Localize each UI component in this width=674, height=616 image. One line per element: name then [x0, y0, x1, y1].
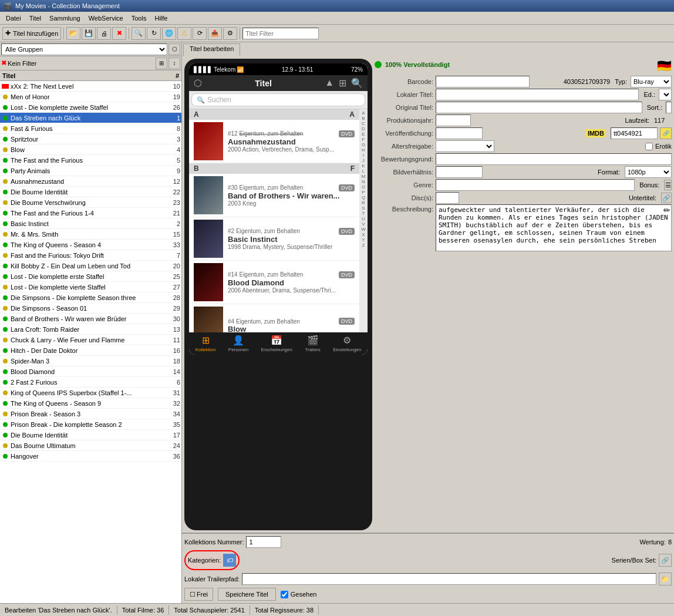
add-title-button[interactable]: ✚ Titel hinzufügen: [2, 27, 61, 40]
movie-list-item[interactable]: Men of Honor19: [0, 92, 181, 102]
frei-button[interactable]: ☐ Frei: [184, 588, 213, 601]
warning-button[interactable]: ⚠: [177, 27, 191, 40]
movie-list-item[interactable]: Ausnahmezustand12: [0, 176, 181, 187]
format-select[interactable]: 1080p: [625, 166, 672, 178]
movie-list-item[interactable]: Mr. & Mrs. Smith15: [0, 229, 181, 240]
movie-list-item[interactable]: Die Bourne Identität17: [0, 430, 181, 440]
bonus-list-icon[interactable]: ☰: [664, 180, 672, 190]
genre-input[interactable]: [436, 179, 635, 191]
kategorien-icon-btn[interactable]: 🏷: [223, 554, 236, 567]
movie-list-item[interactable]: Fast and the Furious: Tokyo Drift7: [0, 250, 181, 261]
trailer-folder-icon[interactable]: 📁: [659, 573, 672, 585]
phone-nav-erscheinungen[interactable]: 📅 Erscheinungen: [261, 335, 292, 352]
phone-item-blood[interactable]: #14 Eigentum, zum Behalten DVD Blood Dia…: [189, 261, 359, 304]
ed-select[interactable]: [659, 89, 672, 100]
movie-list-item[interactable]: Basic Instinct2: [0, 218, 181, 229]
imdb-input[interactable]: [611, 127, 658, 139]
menu-hilfe[interactable]: Hilfe: [151, 14, 171, 23]
movie-list-item[interactable]: Lost - Die komplette erste Staffel25: [0, 271, 181, 282]
gesehen-checkbox[interactable]: [281, 591, 288, 598]
disc-input[interactable]: [436, 192, 459, 204]
movie-list-item[interactable]: Kill Bobby Z - Ein Deal um Leben und Tod…: [0, 261, 181, 271]
movie-list-item[interactable]: Die Bourne Identität22: [0, 187, 181, 197]
menu-webservice[interactable]: WebService: [85, 14, 127, 23]
movie-list-item[interactable]: Lost - Die komplette vierte Staffel27: [0, 282, 181, 292]
menu-titel[interactable]: Titel: [26, 14, 45, 23]
filter-input[interactable]: [242, 28, 319, 39]
description-textarea[interactable]: [436, 204, 672, 251]
movie-list-item[interactable]: Blow4: [0, 144, 181, 155]
collection-num-input[interactable]: [246, 536, 281, 548]
movie-list-item[interactable]: 2 Fast 2 Furious6: [0, 377, 181, 388]
movie-list-item[interactable]: Lara Croft: Tomb Raider13: [0, 324, 181, 335]
movie-list-item[interactable]: The King of Queens - Season 433: [0, 240, 181, 250]
group-dropdown[interactable]: Alle Gruppen: [1, 43, 167, 55]
movie-list-item[interactable]: Fast & Furious8: [0, 123, 181, 134]
movie-list-item[interactable]: King of Queens IPS Superbox (Staffel 1-.…: [0, 388, 181, 398]
original-title-input[interactable]: [436, 102, 642, 113]
imdb-link-icon[interactable]: 🔗: [660, 127, 672, 139]
phone-sort-icon[interactable]: ▲: [325, 78, 334, 89]
movie-list-item[interactable]: Spritztour3: [0, 134, 181, 144]
phone-search-placeholder[interactable]: Suchen: [207, 96, 231, 104]
filter-settings-btn[interactable]: ⊞: [156, 58, 167, 69]
sort-input[interactable]: [666, 102, 672, 113]
phone-nav-personen[interactable]: 👤 Personen: [228, 335, 248, 352]
type-select[interactable]: Blu-ray: [631, 76, 672, 87]
open-button[interactable]: 📂: [66, 27, 80, 40]
sync-button[interactable]: ⟳: [193, 27, 207, 40]
tab-titel-bearbeiten[interactable]: Titel bearbeiten: [183, 43, 240, 56]
movie-list-item[interactable]: Die Simpsons - Die komplette Season thre…: [0, 292, 181, 303]
rating-reason-input[interactable]: [436, 153, 672, 165]
description-edit-icon[interactable]: ✏: [663, 206, 670, 215]
phone-search-icon-btn[interactable]: 🔍: [351, 78, 363, 89]
movie-list-item[interactable]: The Fast and the Furious5: [0, 155, 181, 166]
filter-sort-btn[interactable]: ↕: [168, 58, 180, 69]
movie-list-item[interactable]: Das Bourne Ultimatum24: [0, 440, 181, 451]
refresh-button[interactable]: ↻: [147, 27, 161, 40]
local-title-input[interactable]: [436, 89, 639, 100]
save-button[interactable]: 💾: [82, 27, 96, 40]
group-filter-btn[interactable]: ⬡: [168, 43, 180, 55]
settings-button[interactable]: ⚙: [223, 27, 237, 40]
export-button[interactable]: 📤: [208, 27, 222, 40]
series-icon-btn[interactable]: 🔗: [659, 554, 672, 567]
phone-item-blow[interactable]: #4 Eigentum, zum Behalten DVD Blow: [189, 304, 359, 332]
save-title-button[interactable]: Speichere Titel: [218, 588, 276, 601]
subtitle-icon[interactable]: 🔗: [661, 193, 672, 203]
phone-nav-trailers[interactable]: 🎬 Trailers: [305, 335, 320, 352]
movie-list-item[interactable]: Das Streben nach Glück1: [0, 113, 181, 123]
web-button[interactable]: 🌐: [162, 27, 176, 40]
movie-list-item[interactable]: Die Simpsons - Season 0129: [0, 303, 181, 314]
movie-list-item[interactable]: Chuck & Larry - Wie Feuer und Flamme11: [0, 335, 181, 345]
movie-list-item[interactable]: The King of Queens - Season 932: [0, 398, 181, 409]
phone-nav-kollektion[interactable]: ⊞ Kollektion: [196, 335, 216, 352]
movie-list-item[interactable]: xXx 2: The Next Level10: [0, 81, 181, 92]
phone-item-basic[interactable]: #2 Eigentum, zum Behalten DVD Basic Inst…: [189, 217, 359, 261]
movie-list-item[interactable]: Blood Diamond14: [0, 366, 181, 377]
movie-list-item[interactable]: Party Animals9: [0, 166, 181, 176]
barcode-input[interactable]: [436, 76, 530, 87]
aspect-input[interactable]: [436, 166, 483, 178]
phone-item-band[interactable]: #30 Eigentum, zum Behalten DVD Band of B…: [189, 174, 359, 217]
search-button[interactable]: 🔍: [132, 27, 146, 40]
menu-datei[interactable]: Datei: [2, 14, 25, 23]
menu-sammlung[interactable]: Sammlung: [46, 14, 84, 23]
trailer-input[interactable]: [242, 573, 656, 585]
movie-list-item[interactable]: Die Bourne Verschwörung23: [0, 197, 181, 208]
menu-tools[interactable]: Tools: [128, 14, 150, 23]
release-input[interactable]: [436, 127, 483, 139]
movie-list-item[interactable]: Spider-Man 318: [0, 356, 181, 366]
age-select[interactable]: [436, 140, 494, 152]
phone-grid-icon[interactable]: ⊞: [339, 78, 346, 89]
movie-list-item[interactable]: Hitch - Der Date Doktor16: [0, 345, 181, 356]
movie-list-item[interactable]: Prison Break - Season 334: [0, 409, 181, 419]
delete-button[interactable]: ✖: [112, 27, 126, 40]
movie-list-item[interactable]: Lost - Die komplette zweite Staffel26: [0, 102, 181, 113]
erotik-checkbox[interactable]: [645, 143, 653, 150]
movie-list-item[interactable]: Band of Brothers - Wir waren wie Brüder3…: [0, 314, 181, 324]
phone-filter-icon[interactable]: ⬡: [194, 78, 202, 89]
print-button[interactable]: 🖨: [97, 27, 111, 40]
phone-nav-einstellungen[interactable]: ⚙ Einstellungen: [333, 335, 361, 352]
movie-list-item[interactable]: Hangover36: [0, 451, 181, 462]
